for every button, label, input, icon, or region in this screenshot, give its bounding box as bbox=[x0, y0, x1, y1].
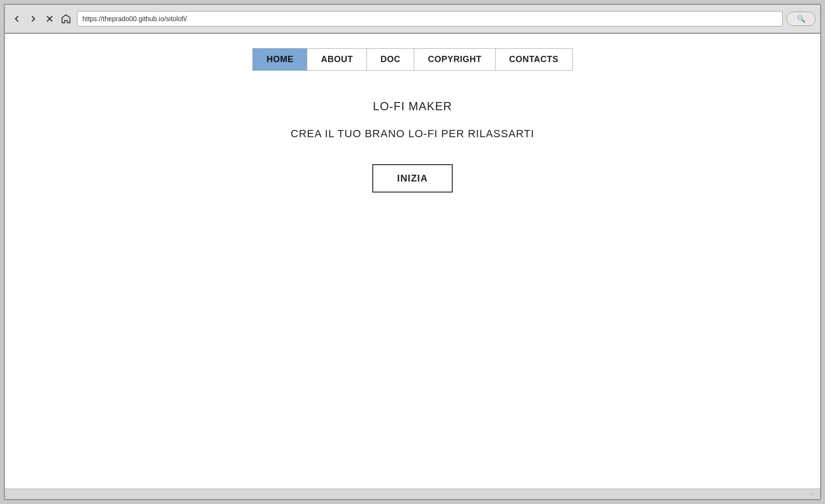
back-button[interactable] bbox=[10, 12, 24, 26]
resize-handle: ⟋ bbox=[810, 491, 816, 498]
nav-item-doc[interactable]: DOC bbox=[367, 49, 415, 70]
main-content: LO-FI MAKER CREA IL TUO BRANO LO-FI PER … bbox=[291, 71, 535, 489]
browser-toolbar bbox=[5, 5, 820, 34]
close-button[interactable] bbox=[42, 12, 57, 26]
page-wrapper: HOME ABOUT DOC COPYRIGHT CONTACTS LO-FI … bbox=[5, 34, 820, 489]
search-button[interactable] bbox=[786, 12, 815, 26]
nav-menu: HOME ABOUT DOC COPYRIGHT CONTACTS bbox=[252, 48, 572, 71]
nav-item-about[interactable]: ABOUT bbox=[307, 49, 367, 70]
page-title: LO-FI MAKER bbox=[373, 100, 452, 113]
browser-content: HOME ABOUT DOC COPYRIGHT CONTACTS LO-FI … bbox=[5, 34, 820, 489]
start-button[interactable]: INIZIA bbox=[372, 164, 453, 193]
forward-button[interactable] bbox=[26, 12, 40, 26]
page-subtitle: CREA IL TUO BRANO LO-FI PER RILASSARTI bbox=[291, 128, 535, 140]
nav-item-contacts[interactable]: CONTACTS bbox=[496, 49, 572, 70]
browser-window: HOME ABOUT DOC COPYRIGHT CONTACTS LO-FI … bbox=[4, 4, 821, 500]
browser-statusbar: ⟋ bbox=[5, 489, 820, 499]
nav-item-copyright[interactable]: COPYRIGHT bbox=[414, 49, 496, 70]
nav-item-home[interactable]: HOME bbox=[253, 49, 307, 70]
nav-buttons bbox=[10, 12, 73, 26]
address-bar[interactable] bbox=[77, 11, 783, 26]
home-button[interactable] bbox=[59, 12, 73, 26]
